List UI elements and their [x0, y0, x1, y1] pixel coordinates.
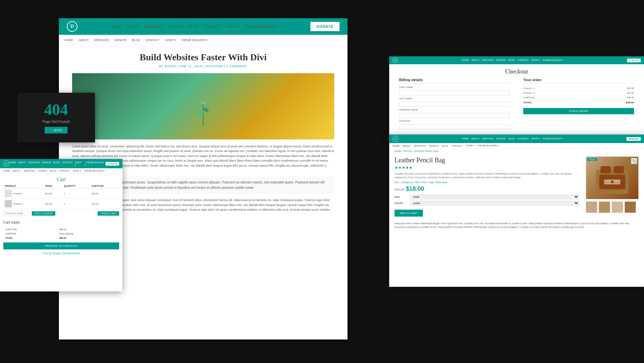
cart-nav-blog[interactable]: BLOG	[53, 161, 60, 166]
donate-button-top[interactable]: DONATE	[310, 22, 340, 31]
product-donate-btn[interactable]: DONATE	[626, 137, 641, 141]
subnav-blog[interactable]: BLOG	[132, 38, 140, 42]
col-qty: QUANTITY	[63, 184, 90, 188]
cart-nav-shop[interactable]: SHOP ▾	[75, 161, 83, 166]
size-select[interactable]: Small	[410, 194, 579, 199]
col-subtotal: SUBTOTAL	[90, 184, 119, 188]
nav-home[interactable]: HOME	[111, 25, 121, 29]
field-company: COMPANY NAME	[399, 109, 510, 118]
cart-donate-btn[interactable]: DONATE	[106, 162, 119, 166]
product-details: Leather Pencil Bag ★★★★★ Curabitur arcu …	[394, 156, 579, 217]
nav-blog[interactable]: BLOG	[188, 25, 199, 29]
ch-nav-blog[interactable]: BLOG	[509, 59, 515, 62]
coupon-row: APPLY COUPON UPDATE CART	[0, 209, 122, 218]
qty-2: 1	[63, 199, 90, 209]
subnav-donate[interactable]: DONATE	[114, 38, 126, 42]
cart-nav-services[interactable]: SERVICES	[28, 161, 40, 166]
ps-home[interactable]: HOME	[392, 145, 399, 147]
nav-services[interactable]: SERVICES	[145, 25, 163, 29]
thumb-2[interactable]	[599, 201, 610, 213]
input-country[interactable]	[399, 124, 510, 129]
ch-nav-theme[interactable]: THEME BUILDER ▾	[542, 59, 563, 62]
pn-donate[interactable]: DONATE	[496, 137, 506, 140]
error-message: Page Not Found!	[42, 120, 70, 124]
nav-about[interactable]: ABOUT	[127, 25, 139, 29]
svg-point-3	[197, 104, 203, 109]
input-company[interactable]	[399, 113, 510, 118]
back-button[interactable]: ← BACK	[45, 127, 67, 133]
cart-nav-contact[interactable]: CONTACT	[62, 161, 72, 166]
order-col: Your order Product × 1 $19.00 Product × …	[523, 78, 634, 131]
ps-blog[interactable]: BLOG	[442, 145, 448, 147]
pn-shop[interactable]: SHOP ▾	[531, 137, 540, 140]
ch-nav-about[interactable]: ABOUT	[472, 59, 480, 62]
price-1: $19.00	[44, 188, 63, 199]
product-meta: SKU: | Categories: Office Decor | Tags: …	[394, 181, 579, 183]
blog-logo: D	[67, 21, 77, 32]
subtotal-row: SUBTOTAL $48.00	[4, 228, 118, 231]
subnav-shop[interactable]: SHOP ▾	[165, 38, 176, 42]
pn-blog[interactable]: BLOG	[508, 137, 515, 140]
product-image-2	[5, 200, 12, 207]
ch-nav-shop[interactable]: SHOP ▾	[531, 59, 540, 62]
add-to-cart-btn[interactable]: ADD TO CART	[394, 210, 423, 217]
pn-contact[interactable]: CONTACT	[518, 137, 529, 140]
subnav-theme[interactable]: THEME BUILDER ▾	[181, 38, 208, 42]
cart-nav-about[interactable]: ABOUT	[18, 161, 26, 166]
ps-theme[interactable]: THEME BUILDER ▾	[478, 144, 498, 147]
cart-sub-nav: HOMEABOUTSERVICESDONATEBLOGCONTACTSHOP ▾…	[0, 168, 122, 174]
ps-contact[interactable]: CONTACT	[452, 145, 463, 147]
ch-nav-donate[interactable]: DONATE	[496, 59, 506, 62]
ps-about[interactable]: ABOUT	[403, 145, 411, 147]
input-firstname[interactable]	[399, 90, 510, 95]
ch-nav-services[interactable]: SERVICES	[482, 59, 494, 62]
place-order-btn[interactable]: PLACE ORDER	[523, 108, 634, 114]
thumb-1[interactable]	[586, 201, 597, 213]
nav-donate[interactable]: DONATE	[168, 25, 183, 29]
pn-theme[interactable]: THEME BUILDER ▾	[542, 137, 563, 140]
nav-theme[interactable]: THEME BUILDER ▾	[245, 25, 277, 29]
product-image-1	[5, 190, 12, 197]
ch-nav-contact[interactable]: CONTACT	[518, 59, 529, 62]
cart-nav-donate[interactable]: DONATE	[42, 161, 51, 166]
cart-header: D HOME ABOUT SERVICES DONATE BLOG CONTAC…	[0, 159, 122, 168]
svg-rect-7	[601, 167, 611, 173]
ch-nav-home[interactable]: HOME	[462, 59, 469, 62]
ps-services[interactable]: SERVICES	[414, 145, 426, 147]
subnav-home[interactable]: HOME	[64, 38, 73, 42]
product-main-image: SOLD 🔍	[586, 156, 639, 199]
blog-hero-image	[72, 73, 334, 139]
thumb-3[interactable]	[612, 201, 623, 213]
color-select[interactable]: Amber	[410, 201, 579, 206]
input-lastname[interactable]	[399, 102, 510, 107]
pn-services[interactable]: SERVICES	[482, 137, 493, 140]
size-label: SIZE	[394, 196, 408, 198]
shipping-value: Free shipping	[58, 232, 118, 235]
zoom-button[interactable]: 🔍	[631, 158, 637, 164]
pn-home[interactable]: HOME	[462, 137, 469, 140]
product-main-area: Leather Pencil Bag ★★★★★ Curabitur arcu …	[389, 154, 644, 219]
cart-nav-theme[interactable]: THEME BUILDER ▾	[85, 161, 106, 166]
thumb-4[interactable]	[624, 201, 636, 213]
nav-contact[interactable]: CONTACT	[204, 25, 221, 29]
subnav-contact[interactable]: CONTACT	[145, 38, 160, 42]
pn-about[interactable]: ABOUT	[471, 137, 479, 140]
checkout-btn[interactable]: PROCEED TO CHECKOUT	[3, 242, 119, 249]
billing-title: Billing details	[399, 78, 510, 83]
checkout-donate-btn[interactable]: DONATE	[627, 59, 641, 62]
product-rating: ★★★★★	[394, 165, 579, 170]
shipping-label: SHIPPING	[4, 232, 57, 235]
checkout-title: Checkout	[389, 64, 644, 78]
update-cart-btn[interactable]: UPDATE CART	[98, 211, 119, 216]
subnav-services[interactable]: SERVICES	[94, 38, 109, 42]
ps-donate[interactable]: DONATE	[429, 145, 438, 147]
product-nav: HOME ABOUT SERVICES DONATE BLOG CONTACT …	[462, 137, 563, 140]
ps-shop[interactable]: SHOP ▾	[466, 144, 475, 147]
cart-nav-home[interactable]: HOME	[9, 161, 16, 166]
order-item-0: Product × 1 $19.00	[523, 86, 634, 91]
subnav-about[interactable]: ABOUT	[78, 38, 89, 42]
nav-shop[interactable]: SHOP ▾	[226, 25, 240, 29]
qty-1: 1	[63, 188, 90, 199]
apply-coupon-btn[interactable]: APPLY COUPON	[32, 211, 55, 216]
coupon-input[interactable]	[3, 211, 30, 216]
